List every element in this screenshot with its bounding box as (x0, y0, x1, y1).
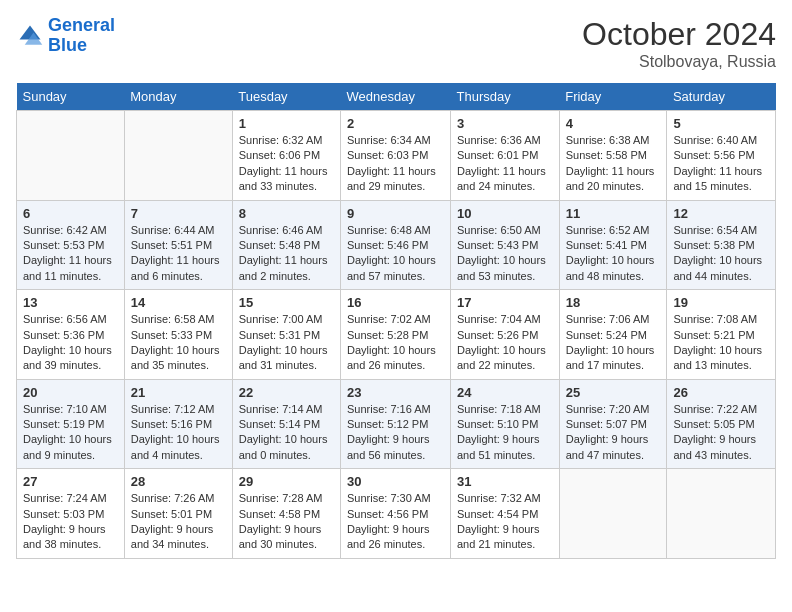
day-info: Sunrise: 7:22 AM Sunset: 5:05 PM Dayligh… (673, 402, 769, 464)
day-number: 30 (347, 474, 444, 489)
calendar-cell (559, 469, 667, 559)
day-number: 3 (457, 116, 553, 131)
day-number: 16 (347, 295, 444, 310)
day-number: 28 (131, 474, 226, 489)
day-number: 25 (566, 385, 661, 400)
day-of-week-header: Wednesday (340, 83, 450, 111)
day-number: 29 (239, 474, 334, 489)
day-info: Sunrise: 6:40 AM Sunset: 5:56 PM Dayligh… (673, 133, 769, 195)
calendar-cell: 25Sunrise: 7:20 AM Sunset: 5:07 PM Dayli… (559, 379, 667, 469)
calendar-header: SundayMondayTuesdayWednesdayThursdayFrid… (17, 83, 776, 111)
day-number: 21 (131, 385, 226, 400)
day-info: Sunrise: 6:54 AM Sunset: 5:38 PM Dayligh… (673, 223, 769, 285)
calendar-cell: 14Sunrise: 6:58 AM Sunset: 5:33 PM Dayli… (124, 290, 232, 380)
calendar-week-row: 13Sunrise: 6:56 AM Sunset: 5:36 PM Dayli… (17, 290, 776, 380)
calendar-cell: 17Sunrise: 7:04 AM Sunset: 5:26 PM Dayli… (450, 290, 559, 380)
calendar-cell: 1Sunrise: 6:32 AM Sunset: 6:06 PM Daylig… (232, 111, 340, 201)
day-info: Sunrise: 7:24 AM Sunset: 5:03 PM Dayligh… (23, 491, 118, 553)
day-of-week-header: Monday (124, 83, 232, 111)
day-info: Sunrise: 7:00 AM Sunset: 5:31 PM Dayligh… (239, 312, 334, 374)
day-number: 23 (347, 385, 444, 400)
day-info: Sunrise: 7:18 AM Sunset: 5:10 PM Dayligh… (457, 402, 553, 464)
day-info: Sunrise: 7:08 AM Sunset: 5:21 PM Dayligh… (673, 312, 769, 374)
day-info: Sunrise: 7:06 AM Sunset: 5:24 PM Dayligh… (566, 312, 661, 374)
day-of-week-header: Thursday (450, 83, 559, 111)
calendar-table: SundayMondayTuesdayWednesdayThursdayFrid… (16, 83, 776, 559)
day-number: 4 (566, 116, 661, 131)
calendar-cell: 16Sunrise: 7:02 AM Sunset: 5:28 PM Dayli… (340, 290, 450, 380)
location: Stolbovaya, Russia (582, 53, 776, 71)
day-number: 22 (239, 385, 334, 400)
day-info: Sunrise: 6:46 AM Sunset: 5:48 PM Dayligh… (239, 223, 334, 285)
calendar-cell (124, 111, 232, 201)
day-number: 20 (23, 385, 118, 400)
day-number: 8 (239, 206, 334, 221)
logo-text: General Blue (48, 16, 115, 56)
calendar-week-row: 27Sunrise: 7:24 AM Sunset: 5:03 PM Dayli… (17, 469, 776, 559)
logo: General Blue (16, 16, 115, 56)
calendar-cell: 4Sunrise: 6:38 AM Sunset: 5:58 PM Daylig… (559, 111, 667, 201)
day-info: Sunrise: 7:16 AM Sunset: 5:12 PM Dayligh… (347, 402, 444, 464)
day-number: 26 (673, 385, 769, 400)
calendar-cell: 28Sunrise: 7:26 AM Sunset: 5:01 PM Dayli… (124, 469, 232, 559)
header-row: SundayMondayTuesdayWednesdayThursdayFrid… (17, 83, 776, 111)
day-info: Sunrise: 7:12 AM Sunset: 5:16 PM Dayligh… (131, 402, 226, 464)
day-info: Sunrise: 7:26 AM Sunset: 5:01 PM Dayligh… (131, 491, 226, 553)
day-info: Sunrise: 6:44 AM Sunset: 5:51 PM Dayligh… (131, 223, 226, 285)
calendar-body: 1Sunrise: 6:32 AM Sunset: 6:06 PM Daylig… (17, 111, 776, 559)
calendar-cell: 19Sunrise: 7:08 AM Sunset: 5:21 PM Dayli… (667, 290, 776, 380)
calendar-cell: 12Sunrise: 6:54 AM Sunset: 5:38 PM Dayli… (667, 200, 776, 290)
page-header: General Blue October 2024 Stolbovaya, Ru… (16, 16, 776, 71)
calendar-cell: 5Sunrise: 6:40 AM Sunset: 5:56 PM Daylig… (667, 111, 776, 201)
calendar-cell: 7Sunrise: 6:44 AM Sunset: 5:51 PM Daylig… (124, 200, 232, 290)
day-info: Sunrise: 7:20 AM Sunset: 5:07 PM Dayligh… (566, 402, 661, 464)
day-info: Sunrise: 7:04 AM Sunset: 5:26 PM Dayligh… (457, 312, 553, 374)
day-info: Sunrise: 7:28 AM Sunset: 4:58 PM Dayligh… (239, 491, 334, 553)
day-info: Sunrise: 6:32 AM Sunset: 6:06 PM Dayligh… (239, 133, 334, 195)
day-info: Sunrise: 6:34 AM Sunset: 6:03 PM Dayligh… (347, 133, 444, 195)
calendar-cell: 13Sunrise: 6:56 AM Sunset: 5:36 PM Dayli… (17, 290, 125, 380)
day-number: 11 (566, 206, 661, 221)
calendar-cell (17, 111, 125, 201)
day-number: 27 (23, 474, 118, 489)
title-block: October 2024 Stolbovaya, Russia (582, 16, 776, 71)
day-info: Sunrise: 6:58 AM Sunset: 5:33 PM Dayligh… (131, 312, 226, 374)
day-info: Sunrise: 7:14 AM Sunset: 5:14 PM Dayligh… (239, 402, 334, 464)
day-number: 18 (566, 295, 661, 310)
day-number: 12 (673, 206, 769, 221)
calendar-cell: 27Sunrise: 7:24 AM Sunset: 5:03 PM Dayli… (17, 469, 125, 559)
day-number: 2 (347, 116, 444, 131)
calendar-cell: 24Sunrise: 7:18 AM Sunset: 5:10 PM Dayli… (450, 379, 559, 469)
day-info: Sunrise: 6:52 AM Sunset: 5:41 PM Dayligh… (566, 223, 661, 285)
calendar-cell: 2Sunrise: 6:34 AM Sunset: 6:03 PM Daylig… (340, 111, 450, 201)
calendar-cell: 3Sunrise: 6:36 AM Sunset: 6:01 PM Daylig… (450, 111, 559, 201)
calendar-cell: 22Sunrise: 7:14 AM Sunset: 5:14 PM Dayli… (232, 379, 340, 469)
logo-line1: General (48, 15, 115, 35)
calendar-week-row: 1Sunrise: 6:32 AM Sunset: 6:06 PM Daylig… (17, 111, 776, 201)
day-number: 9 (347, 206, 444, 221)
day-number: 15 (239, 295, 334, 310)
calendar-cell: 23Sunrise: 7:16 AM Sunset: 5:12 PM Dayli… (340, 379, 450, 469)
calendar-cell: 30Sunrise: 7:30 AM Sunset: 4:56 PM Dayli… (340, 469, 450, 559)
day-number: 13 (23, 295, 118, 310)
calendar-cell: 29Sunrise: 7:28 AM Sunset: 4:58 PM Dayli… (232, 469, 340, 559)
day-info: Sunrise: 6:38 AM Sunset: 5:58 PM Dayligh… (566, 133, 661, 195)
day-of-week-header: Friday (559, 83, 667, 111)
calendar-cell: 9Sunrise: 6:48 AM Sunset: 5:46 PM Daylig… (340, 200, 450, 290)
day-number: 7 (131, 206, 226, 221)
day-of-week-header: Sunday (17, 83, 125, 111)
calendar-cell: 18Sunrise: 7:06 AM Sunset: 5:24 PM Dayli… (559, 290, 667, 380)
day-number: 6 (23, 206, 118, 221)
day-number: 19 (673, 295, 769, 310)
day-info: Sunrise: 6:50 AM Sunset: 5:43 PM Dayligh… (457, 223, 553, 285)
day-info: Sunrise: 6:48 AM Sunset: 5:46 PM Dayligh… (347, 223, 444, 285)
month-title: October 2024 (582, 16, 776, 53)
day-number: 1 (239, 116, 334, 131)
calendar-cell: 15Sunrise: 7:00 AM Sunset: 5:31 PM Dayli… (232, 290, 340, 380)
calendar-cell (667, 469, 776, 559)
logo-line2: Blue (48, 35, 87, 55)
day-of-week-header: Tuesday (232, 83, 340, 111)
day-info: Sunrise: 6:36 AM Sunset: 6:01 PM Dayligh… (457, 133, 553, 195)
calendar-cell: 8Sunrise: 6:46 AM Sunset: 5:48 PM Daylig… (232, 200, 340, 290)
calendar-cell: 11Sunrise: 6:52 AM Sunset: 5:41 PM Dayli… (559, 200, 667, 290)
